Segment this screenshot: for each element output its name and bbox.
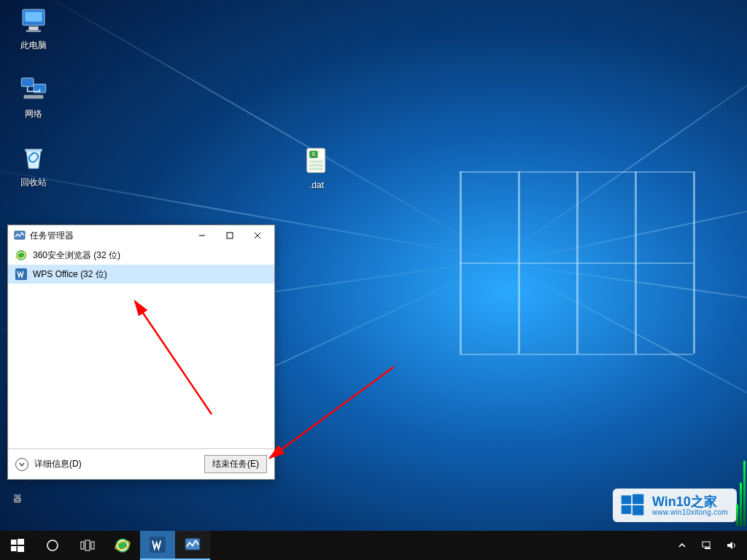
- process-row-selected[interactable]: WPS Office (32 位): [8, 265, 274, 284]
- truncated-icon-label: 器: [13, 493, 22, 505]
- desktop-icon-network[interactable]: 网络: [4, 74, 63, 119]
- svg-rect-12: [309, 168, 322, 170]
- desktop[interactable]: 此电脑 网络 回收站 S .dat 器: [0, 0, 747, 560]
- titlebar[interactable]: 任务管理器: [8, 225, 274, 246]
- process-name: WPS Office (32 位): [33, 268, 107, 281]
- volume-icon: [726, 540, 738, 551]
- desktop-icon-dat-file[interactable]: S .dat: [287, 146, 346, 190]
- wallpaper-window-frame: [460, 171, 693, 354]
- process-row[interactable]: 360安全浏览器 (32 位): [8, 246, 274, 265]
- windows-logo-icon: [620, 493, 645, 518]
- start-button[interactable]: [0, 531, 35, 560]
- watermark-url: www.win10xitong.com: [652, 508, 728, 516]
- task-manager-footer: 详细信息(D) 结束任务(E): [8, 448, 274, 479]
- taskbar[interactable]: [0, 531, 747, 560]
- svg-text:S: S: [312, 152, 316, 157]
- svg-rect-24: [622, 495, 632, 504]
- svg-rect-15: [227, 233, 233, 238]
- svg-rect-10: [309, 160, 322, 163]
- watermark-title: Win10之家: [652, 495, 728, 508]
- window-title: 任务管理器: [30, 230, 74, 242]
- svg-rect-41: [703, 542, 710, 547]
- svg-point-32: [47, 540, 58, 551]
- svg-rect-27: [632, 505, 643, 516]
- task-view-button[interactable]: [70, 531, 105, 560]
- desktop-icon-label: 回收站: [4, 177, 63, 187]
- svg-rect-33: [81, 542, 84, 549]
- watermark-badge: Win10之家 www.win10xitong.com: [613, 489, 737, 522]
- audio-visualizer: [736, 439, 746, 526]
- task-manager-icon: [14, 230, 26, 241]
- svg-rect-26: [622, 505, 632, 514]
- ie-green-icon: [15, 249, 27, 261]
- desktop-icon-recycle-bin[interactable]: 回收站: [4, 143, 63, 187]
- taskbar-app-wps[interactable]: [140, 531, 175, 560]
- svg-rect-3: [26, 30, 41, 32]
- svg-rect-35: [91, 542, 94, 549]
- system-tray[interactable]: [671, 531, 747, 560]
- task-manager-icon: [185, 537, 201, 553]
- desktop-icon-label: .dat: [287, 180, 346, 190]
- process-name: 360安全浏览器 (32 位): [33, 249, 120, 262]
- taskbar-app-browser[interactable]: [105, 531, 140, 560]
- expand-details-button[interactable]: [15, 458, 28, 471]
- svg-line-23: [270, 367, 394, 458]
- svg-rect-34: [85, 540, 90, 551]
- svg-rect-2: [28, 26, 38, 30]
- svg-rect-42: [705, 548, 711, 549]
- task-manager-window[interactable]: 任务管理器 360安全浏览器 (32 位): [7, 225, 275, 480]
- svg-rect-25: [632, 494, 643, 505]
- ie-green-icon: [115, 537, 131, 553]
- spreadsheet-file-icon: S: [302, 146, 331, 175]
- cortana-button[interactable]: [35, 531, 70, 560]
- process-list[interactable]: 360安全浏览器 (32 位) WPS Office (32 位): [8, 246, 274, 448]
- minimize-button[interactable]: [188, 226, 216, 245]
- tray-volume-button[interactable]: [721, 540, 743, 551]
- wps-icon: [15, 268, 27, 280]
- close-button[interactable]: [244, 226, 271, 245]
- svg-rect-1: [25, 12, 42, 21]
- tray-expand-button[interactable]: [671, 541, 693, 550]
- svg-rect-30: [11, 546, 17, 551]
- svg-rect-28: [11, 540, 17, 545]
- maximize-button[interactable]: [216, 226, 244, 245]
- circle-icon: [46, 539, 59, 552]
- chevron-up-icon: [678, 541, 686, 550]
- taskbar-app-taskmgr[interactable]: [175, 531, 210, 560]
- taskview-icon: [80, 540, 95, 551]
- windows-icon: [11, 539, 24, 552]
- desktop-icon-label: 网络: [4, 109, 63, 119]
- end-task-button[interactable]: 结束任务(E): [204, 455, 267, 473]
- wps-icon: [150, 537, 166, 553]
- network-icon: [19, 74, 48, 104]
- chevron-down-icon: [18, 461, 26, 468]
- svg-rect-31: [18, 546, 24, 552]
- tray-network-button[interactable]: [696, 540, 718, 551]
- desktop-icon-label: 此电脑: [4, 40, 63, 50]
- svg-rect-4: [21, 78, 34, 87]
- details-label[interactable]: 详细信息(D): [34, 458, 82, 470]
- network-tray-icon: [701, 540, 713, 551]
- recycle-bin-icon: [19, 143, 48, 172]
- desktop-icon-this-pc[interactable]: 此电脑: [4, 6, 63, 50]
- svg-rect-29: [18, 539, 24, 545]
- svg-rect-11: [309, 164, 322, 166]
- svg-rect-6: [24, 95, 44, 98]
- pc-icon: [19, 6, 48, 35]
